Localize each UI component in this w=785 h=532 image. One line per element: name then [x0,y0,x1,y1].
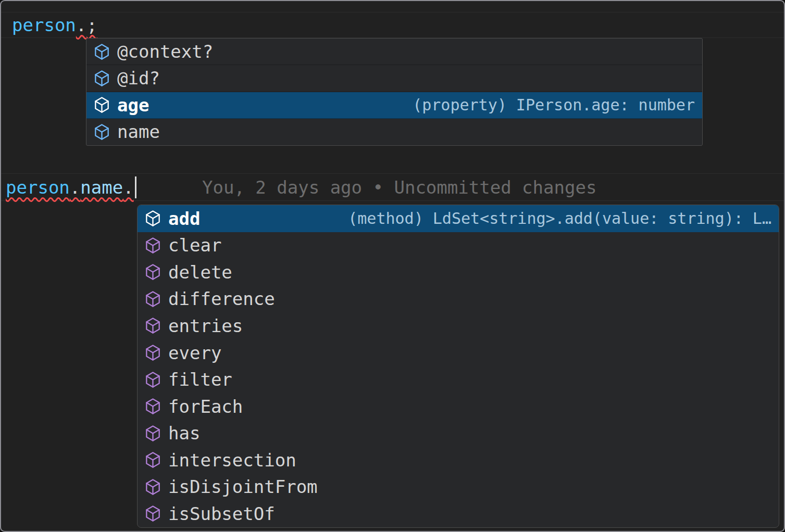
suggestion-item[interactable]: name [86,119,702,145]
suggestion-item[interactable]: every [138,339,779,366]
suggestion-item[interactable]: isDisjointFrom [138,473,779,500]
symbol-cube-icon [93,43,110,60]
suggestion-detail: (property) IPerson.age: number [397,96,695,114]
suggestion-label: has [168,423,200,444]
suggestion-detail: (method) LdSet<string>.add(value: string… [332,209,771,227]
code-token: person [6,177,70,198]
suggestion-label: entries [168,315,243,336]
symbol-cube-icon [93,96,110,113]
suggestion-label: isSubsetOf [168,503,275,524]
suggestion-label: every [168,343,221,363]
code-text: person.name. [6,177,134,198]
suggestion-label: delete [168,262,232,283]
suggestion-item[interactable]: forEach [138,393,779,420]
suggestion-label: clear [168,235,221,256]
suggestion-item[interactable]: has [138,420,779,447]
suggestion-item[interactable]: filter [138,366,779,393]
suggestion-item[interactable]: @context? [86,39,702,65]
code-line-2[interactable]: person.name. You, 2 days ago • Uncommitt… [1,173,784,201]
suggestion-item[interactable]: clear [138,232,779,259]
suggestion-item[interactable]: add (method) LdSet<string>.add(value: st… [138,205,779,232]
git-blame-annotation: You, 2 days ago • Uncommitted changes [202,174,596,200]
code-token: name [80,177,123,198]
text-cursor [135,176,136,198]
symbol-cube-icon [144,505,161,522]
suggestion-label: name [117,121,160,142]
suggestion-label: intersection [168,450,296,471]
suggestion-item[interactable]: difference [138,286,779,313]
suggestion-label: age [117,95,149,116]
symbol-cube-icon [93,70,110,87]
code-token: . [70,177,80,198]
symbol-cube-icon [144,290,161,308]
suggestion-item[interactable]: entries [138,312,779,339]
code-token: . [76,15,86,35]
symbol-cube-icon [144,317,161,334]
symbol-cube-icon [144,344,161,361]
suggestion-label: forEach [168,396,243,417]
suggestion-label: isDisjointFrom [168,476,318,497]
symbol-cube-icon [144,451,161,468]
code-token: . [123,177,133,198]
suggestion-label: difference [168,288,275,309]
symbol-cube-icon [144,398,161,415]
symbol-cube-icon [144,237,161,254]
suggestion-item[interactable]: intersection [138,447,779,474]
suggestion-item[interactable]: age (property) IPerson.age: number [86,92,702,119]
suggestion-label: add [168,208,200,229]
symbol-cube-icon [144,478,161,496]
code-token: ; [86,15,97,35]
symbol-cube-icon [144,425,161,442]
suggestion-label: filter [168,369,232,390]
symbol-cube-icon [144,371,161,388]
suggestion-label: @context? [117,41,213,62]
suggest-widget-methods: add (method) LdSet<string>.add(value: st… [137,205,779,528]
suggestion-label: @id? [117,68,160,88]
code-text: person.; [12,15,97,35]
symbol-cube-icon [144,210,161,227]
suggestion-item[interactable]: @id? [86,65,702,92]
code-token: person [12,15,76,35]
symbol-cube-icon [144,263,161,281]
suggest-widget-properties: @context? @id? age (property) IPerson.ag… [86,38,703,146]
editor-frame: person.; @context? @id? [0,0,785,532]
symbol-cube-icon [93,123,110,141]
suggestion-item[interactable]: isSubsetOf [138,500,779,527]
suggestion-item[interactable]: delete [138,259,779,286]
code-line-1[interactable]: person.; [1,12,784,38]
